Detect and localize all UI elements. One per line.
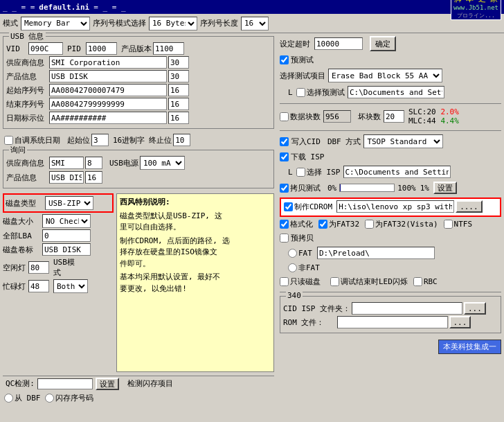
disk-type-label: 磁盘类型 xyxy=(6,198,44,209)
main-toolbar: 模式 Memory Bar 序列号模式选择 16 Bytes 序列号长度 16 xyxy=(0,14,504,33)
confirm-btn[interactable]: 确定 xyxy=(370,36,396,51)
rbc-checkbox[interactable] xyxy=(413,277,422,286)
rom-label: ROM 文件： xyxy=(283,317,325,328)
end-pos-input[interactable] xyxy=(173,134,190,146)
free-light-input[interactable] xyxy=(28,261,49,274)
serial-len-select[interactable]: 16 xyxy=(241,17,269,30)
select-isp-label: 选择 ISP xyxy=(307,167,341,177)
usb-mode-select[interactable]: Both xyxy=(53,279,88,293)
data-blocks-input[interactable] xyxy=(323,110,351,123)
slc-pct: 2.0% xyxy=(440,107,459,116)
title-left-icons: _ _ = = xyxy=(3,3,35,12)
from-dbf-radio[interactable] xyxy=(4,394,13,403)
rbc-label: RBC xyxy=(424,277,438,286)
pid-input[interactable] xyxy=(86,42,117,55)
notice-box: 西风特别说明: 磁盘类型默认是USB-ZIP, 这 里可以自由选择。 制作CDR… xyxy=(116,193,274,372)
cid-isp-input[interactable] xyxy=(352,302,462,315)
notice-line2: 里可以自由选择。 xyxy=(120,222,271,234)
date-adjust-checkbox[interactable] xyxy=(4,136,13,145)
vid-input[interactable] xyxy=(28,42,63,55)
bad-blocks-input[interactable] xyxy=(384,110,404,123)
date-adjust-label: 自调系统日期 xyxy=(15,135,60,146)
nonfat-radio[interactable] xyxy=(288,263,297,272)
timeout-input[interactable] xyxy=(314,37,363,50)
rom-browse[interactable]: ... xyxy=(449,316,471,328)
supplier-num[interactable] xyxy=(168,56,189,69)
q-product-label: 产品信息 xyxy=(6,173,48,183)
supplier-input[interactable] xyxy=(49,56,167,69)
end-serial-num[interactable] xyxy=(168,98,189,110)
data-blocks-checkbox[interactable] xyxy=(280,112,289,121)
qc-input[interactable] xyxy=(37,378,93,389)
isp-path-input[interactable] xyxy=(343,166,451,178)
product-input[interactable] xyxy=(49,70,167,82)
download-isp-checkbox[interactable] xyxy=(280,152,289,161)
free-light-label: 空闲灯 xyxy=(3,263,27,273)
q-supplier-num[interactable] xyxy=(85,157,102,169)
format-checkbox[interactable] xyxy=(280,220,289,229)
preload-checkbox[interactable] xyxy=(280,234,289,243)
q-product-input[interactable] xyxy=(49,171,84,184)
fat32-vista-checkbox[interactable] xyxy=(365,220,374,229)
disk-label-label: 磁盘卷标 xyxy=(3,245,41,255)
disk-type-select[interactable]: USB-ZIP USB-HDD USB-FDD xyxy=(45,196,93,210)
end-serial-label: 结束序列号 xyxy=(6,99,48,109)
serial-select-label: 序列号模式选择 xyxy=(93,18,146,28)
serial-mode-select[interactable]: 16 Bytes xyxy=(149,17,197,30)
preview-path-input[interactable] xyxy=(348,86,444,98)
rom-input[interactable] xyxy=(337,316,448,328)
supplier-label: 供应商信息 xyxy=(6,58,48,68)
readonly-checkbox[interactable] xyxy=(280,277,289,286)
dbf-format-select[interactable]: TSOP Standard Type xyxy=(363,134,443,148)
preload-label: 预拷贝 xyxy=(291,233,314,243)
version-input[interactable] xyxy=(153,42,184,55)
mode-select[interactable]: Memory Bar xyxy=(21,17,90,30)
fat-radio[interactable] xyxy=(288,249,297,258)
preview-checkbox[interactable] xyxy=(280,55,289,64)
usb-info-group: USB 信息 VID PID 产品版本 供应商信息 产品信息 xyxy=(3,36,274,129)
progress-fill xyxy=(340,184,341,191)
disk-size-select[interactable]: NO Check xyxy=(42,214,91,228)
copy-test-checkbox[interactable] xyxy=(280,184,289,193)
usb-power-select[interactable]: 100 mA xyxy=(140,156,185,170)
store-code-radio[interactable] xyxy=(45,394,54,403)
disk-label-input[interactable] xyxy=(42,243,91,256)
start-serial-label: 起始序列号 xyxy=(6,85,48,96)
select-isp-checkbox[interactable] xyxy=(296,168,305,177)
notice-line6: 件即可。 xyxy=(120,258,271,270)
cdrom-browse-btn[interactable]: .... xyxy=(456,200,483,213)
cid-isp-browse[interactable]: ... xyxy=(464,302,486,315)
copy-settings-btn[interactable]: 设置 xyxy=(433,182,457,194)
readonly-label: 只读磁盘 xyxy=(290,276,321,287)
q-product-num[interactable] xyxy=(85,171,102,184)
q-supplier-input[interactable] xyxy=(49,157,84,169)
busy-light-label: 忙碌灯 xyxy=(3,281,27,292)
preview-test-checkbox[interactable] xyxy=(296,88,305,97)
start-serial-num[interactable] xyxy=(168,84,189,96)
copy-1pct: 1% xyxy=(420,184,429,193)
led-label: 调试结束时LED闪烁 xyxy=(341,276,408,287)
led-checkbox[interactable] xyxy=(330,277,339,286)
product-num[interactable] xyxy=(168,70,189,82)
write-cid-checkbox[interactable] xyxy=(280,137,289,146)
date-input[interactable] xyxy=(49,112,167,124)
cdrom-checkbox[interactable] xyxy=(284,202,293,211)
ntfs-checkbox[interactable] xyxy=(444,220,453,229)
busy-light-input[interactable] xyxy=(28,280,49,292)
start-pos-input[interactable] xyxy=(91,134,109,146)
end-serial-input[interactable] xyxy=(49,98,167,110)
fat-path-input[interactable] xyxy=(317,247,435,259)
all-lba-input[interactable] xyxy=(42,229,91,242)
title-right-icons: = _ = _ xyxy=(93,3,125,12)
fat32-checkbox[interactable] xyxy=(318,220,327,229)
date-num[interactable] xyxy=(168,112,189,124)
bottom-right-group: 340 CID ISP 文件夹： ... ROM 文件： ... xyxy=(280,296,501,333)
start-serial-input[interactable] xyxy=(49,84,167,96)
cdrom-path-input[interactable] xyxy=(336,200,454,213)
usb-mode-label: USB模式 xyxy=(53,257,81,278)
hex-label: 16进制字 xyxy=(113,135,145,146)
preview-label: 预测试 xyxy=(291,55,314,65)
qc-settings-btn[interactable]: 设置 xyxy=(96,378,119,390)
test-item-select[interactable]: Erase Bad Block 55 AA xyxy=(328,69,442,82)
notice-line5: 择存放在硬盘里的ISO镜像文 xyxy=(120,247,271,258)
